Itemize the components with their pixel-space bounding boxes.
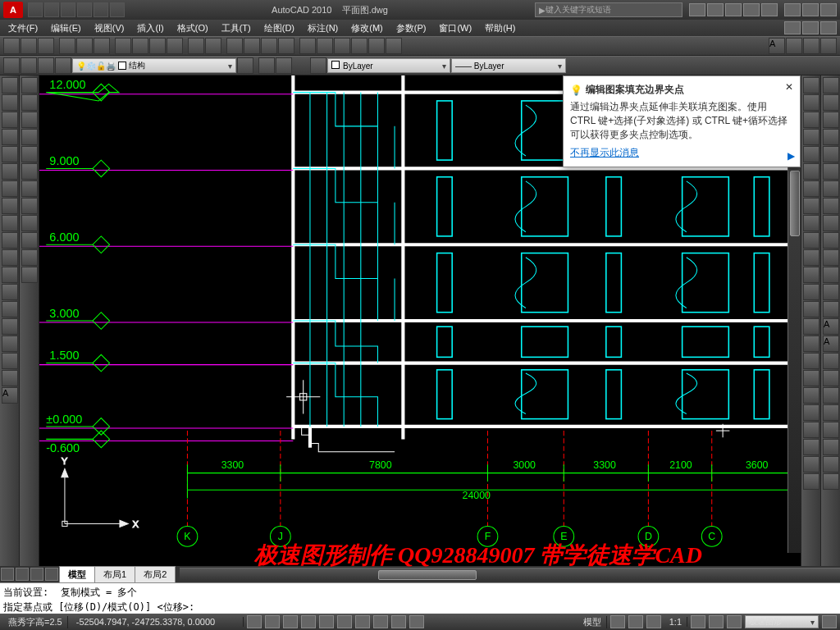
dim-linear-icon[interactable]	[803, 353, 819, 369]
dim-rad-icon[interactable]	[803, 422, 819, 438]
dim-cont-icon[interactable]	[803, 473, 819, 490]
r2l-icon[interactable]	[823, 267, 839, 283]
menu-param[interactable]: 参数(P)	[391, 21, 431, 36]
hatch-icon[interactable]	[2, 318, 18, 335]
match-icon[interactable]	[167, 38, 183, 54]
ws-switch-icon[interactable]	[709, 615, 724, 628]
dc-icon[interactable]	[317, 38, 333, 54]
vscroll-thumb[interactable]	[790, 171, 800, 236]
ducs-toggle[interactable]	[355, 615, 370, 628]
r2j-icon[interactable]	[823, 232, 839, 249]
publish-icon[interactable]	[94, 38, 110, 54]
undo-icon[interactable]	[188, 38, 204, 54]
r2m-icon[interactable]	[823, 284, 839, 300]
trim-icon[interactable]	[803, 232, 819, 249]
text-b-icon[interactable]: A	[823, 336, 839, 352]
tab-layout1[interactable]: 布局1	[94, 566, 135, 583]
break-icon[interactable]	[803, 267, 819, 283]
insert-icon[interactable]	[2, 267, 18, 283]
qat-open-icon[interactable]	[44, 2, 59, 17]
menu-format[interactable]: 格式(O)	[172, 21, 213, 36]
pline-icon[interactable]	[2, 112, 18, 128]
offset-icon[interactable]	[803, 129, 819, 145]
polar-toggle[interactable]	[301, 615, 316, 628]
plot-icon[interactable]	[59, 38, 75, 54]
toolbar-lock-icon[interactable]	[727, 615, 742, 628]
fillet-icon[interactable]	[803, 318, 819, 335]
rotate-icon[interactable]	[803, 180, 819, 197]
redo-icon[interactable]	[205, 38, 221, 54]
tab-last-icon[interactable]	[45, 568, 58, 581]
scale-icon[interactable]	[803, 198, 819, 214]
key-icon[interactable]	[707, 3, 724, 16]
minimize-button[interactable]	[784, 3, 801, 16]
arc-icon[interactable]	[2, 163, 18, 180]
make-current-icon[interactable]	[258, 57, 275, 74]
layer-prev-icon[interactable]	[237, 57, 253, 74]
tool-d-icon[interactable]	[21, 129, 38, 145]
dim-dia-icon[interactable]	[803, 439, 819, 455]
doc-close-button[interactable]	[820, 21, 837, 34]
copy-icon[interactable]	[132, 38, 148, 54]
grid-toggle[interactable]	[265, 615, 280, 628]
join-icon[interactable]	[803, 284, 819, 300]
tool-e-icon[interactable]	[21, 146, 38, 162]
menu-edit[interactable]: 编辑(E)	[46, 21, 86, 36]
scale-text-icon[interactable]	[823, 456, 839, 472]
qat-save-icon[interactable]	[61, 2, 75, 17]
text-c-icon[interactable]	[823, 353, 839, 369]
anno-scale-value[interactable]: 1:1	[664, 617, 687, 627]
layer-off-icon[interactable]	[38, 57, 54, 74]
tab-next-icon[interactable]	[30, 568, 43, 581]
help-icon[interactable]	[761, 3, 778, 16]
edit-text-icon[interactable]	[823, 404, 839, 421]
menu-file[interactable]: 文件(F)	[3, 21, 43, 36]
dim-ord-icon[interactable]	[803, 404, 819, 421]
dim-arc-icon[interactable]	[803, 387, 819, 404]
dyn-toggle[interactable]	[373, 615, 388, 628]
tab-layout2[interactable]: 布局2	[135, 566, 176, 583]
text-d-icon[interactable]	[823, 370, 839, 386]
gradient-icon[interactable]	[2, 336, 18, 352]
qp-toggle[interactable]	[409, 615, 424, 628]
properties-icon[interactable]	[299, 38, 316, 54]
xline-icon[interactable]	[2, 94, 18, 111]
dim-style-icon[interactable]	[786, 38, 802, 54]
move-icon[interactable]	[803, 163, 819, 180]
layer-match-icon[interactable]	[276, 57, 292, 74]
popup-dismiss-link[interactable]: 不再显示此消息	[570, 146, 639, 160]
tool-b-icon[interactable]	[21, 94, 38, 111]
tool-l-icon[interactable]	[21, 267, 38, 283]
array-icon[interactable]	[803, 146, 819, 162]
r2a-icon[interactable]	[823, 77, 839, 94]
ellipse-icon[interactable]	[2, 232, 18, 249]
explode-icon[interactable]	[803, 336, 819, 352]
clean-screen-icon[interactable]	[822, 615, 837, 628]
stretch-icon[interactable]	[803, 215, 819, 231]
copy2-icon[interactable]	[803, 94, 819, 111]
menu-tools[interactable]: 工具(T)	[217, 21, 256, 36]
tab-model[interactable]: 模型	[59, 566, 95, 583]
find-icon[interactable]	[823, 422, 839, 438]
workspace-combo[interactable]: 极速图形	[745, 615, 819, 628]
revcloud-icon[interactable]	[2, 198, 18, 214]
anno-scale-icon[interactable]	[646, 615, 661, 628]
line-icon[interactable]	[2, 77, 18, 94]
qat-undo-icon[interactable]	[77, 2, 92, 17]
region-icon[interactable]	[2, 353, 18, 369]
layer-props-icon[interactable]	[3, 57, 20, 74]
chamfer-icon[interactable]	[803, 301, 819, 317]
r2n-icon[interactable]	[823, 301, 839, 317]
table-style-icon[interactable]	[803, 38, 819, 54]
tool-j-icon[interactable]	[21, 232, 38, 249]
linetype-combo[interactable]: —— ByLayer	[451, 58, 566, 73]
horizontal-scrollbar[interactable]	[180, 568, 840, 581]
color-combo[interactable]: ByLayer	[327, 58, 450, 73]
star-icon[interactable]	[743, 3, 760, 16]
lwt-toggle[interactable]	[391, 615, 406, 628]
search-icon[interactable]	[689, 3, 705, 16]
table-icon[interactable]	[2, 370, 18, 386]
point-icon[interactable]	[2, 301, 18, 317]
qat-new-icon[interactable]	[28, 2, 43, 17]
text-a-icon[interactable]: A	[823, 318, 839, 335]
